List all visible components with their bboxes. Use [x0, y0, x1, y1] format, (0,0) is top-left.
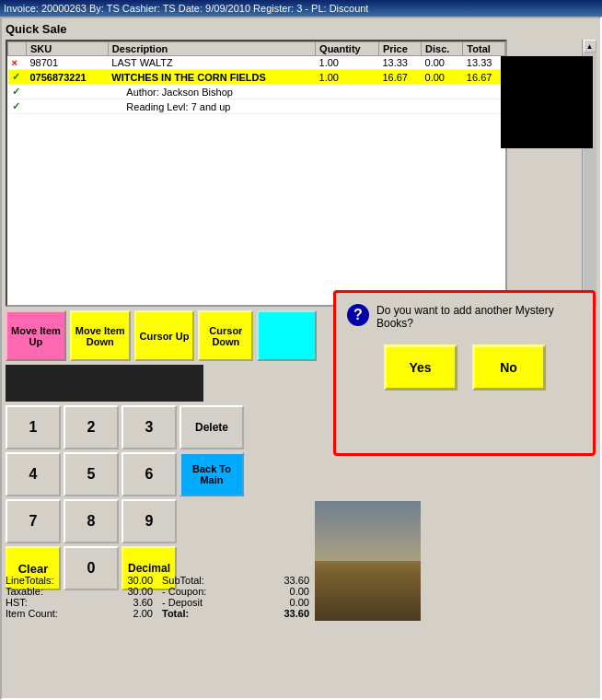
row-disc: [422, 85, 463, 99]
back-to-main-button[interactable]: Back To Main: [179, 452, 244, 496]
row-sku: [27, 99, 109, 114]
row-sku: 0756873221: [27, 70, 109, 85]
line-totals-value: 30.00: [127, 575, 153, 586]
table-row: ✓0756873221WITCHES IN THE CORN FIELDS1.0…: [8, 70, 505, 85]
row-price: 13.33: [378, 56, 421, 70]
deposit-label: - Deposit: [162, 597, 203, 608]
row-total: [463, 85, 505, 99]
row-description: Reading Levl: 7 and up: [108, 99, 315, 114]
dialog-buttons: Yes No: [384, 344, 546, 391]
row-status: ✓: [8, 85, 27, 99]
summary-totals: SubTotal: 33.60 - Coupon: 0.00 - Deposit…: [162, 575, 309, 694]
num5-button[interactable]: 5: [64, 452, 119, 496]
total-label: Total:: [162, 608, 189, 619]
title-text: Invoice: 20000263 By: TS Cashier: TS Dat…: [4, 3, 368, 14]
num7-button[interactable]: 7: [6, 499, 61, 543]
num9-button[interactable]: 9: [122, 499, 177, 543]
item-count-value: 2.00: [133, 608, 153, 619]
invoice-table: SKU Description Quantity Price Disc. Tot…: [7, 41, 505, 114]
line-totals-label: LineTotals:: [6, 575, 54, 586]
col-status: [8, 42, 27, 56]
dialog-question-row: ? Do you want to add another Mystery Boo…: [347, 304, 582, 330]
subtotal-label: SubTotal:: [162, 575, 204, 586]
row-price: [378, 85, 421, 99]
black-display-box: [501, 56, 593, 148]
row-disc: 0.00: [422, 56, 463, 70]
row-status: ✓: [8, 99, 27, 114]
delete-button[interactable]: Delete: [179, 405, 244, 449]
subtotal-value: 33.60: [284, 575, 309, 586]
col-sku: SKU: [27, 42, 109, 56]
dialog-yes-button[interactable]: Yes: [384, 344, 457, 391]
row-total: 13.33: [463, 56, 505, 70]
row-description: Author: Jackson Bishop: [108, 85, 315, 99]
table-row: ✓Reading Levl: 7 and up: [8, 99, 505, 114]
row-description: LAST WALTZ: [108, 56, 315, 70]
dialog-overlay: ? Do you want to add another Mystery Boo…: [333, 290, 596, 456]
col-disc: Disc.: [422, 42, 463, 56]
cursor-up-button[interactable]: Cursor Up: [134, 310, 195, 361]
row-total: [463, 99, 505, 114]
num4-button[interactable]: 4: [6, 452, 61, 496]
row-status: ×: [8, 56, 27, 70]
row-sku: 98701: [27, 56, 109, 70]
title-bar: Invoice: 20000263 By: TS Cashier: TS Dat…: [0, 0, 602, 17]
line-totals: LineTotals: 30.00 Taxable: 30.00 HST: 3.…: [6, 575, 153, 694]
dialog-text: Do you want to add another Mystery Books…: [376, 304, 582, 330]
coupon-value: 0.00: [290, 586, 309, 597]
page-title: Quick Sale: [6, 22, 596, 36]
col-total: Total: [463, 42, 505, 56]
invoice-tbody: ×98701LAST WALTZ1.0013.330.0013.33✓07568…: [8, 56, 505, 114]
num3-button[interactable]: 3: [122, 405, 177, 449]
row-quantity: 1.00: [316, 70, 379, 85]
taxable-value: 30.00: [127, 586, 153, 597]
question-icon: ?: [347, 304, 369, 326]
dialog-no-button[interactable]: No: [472, 344, 546, 391]
move-item-down-button[interactable]: Move Item Down: [70, 310, 131, 361]
book-image: [315, 501, 421, 621]
num2-button[interactable]: 2: [64, 405, 119, 449]
item-count-label: Item Count:: [6, 608, 58, 619]
row-total: 16.67: [463, 70, 505, 85]
hst-value: 3.60: [133, 597, 153, 608]
row-price: 16.67: [378, 70, 421, 85]
row-quantity: [316, 99, 379, 114]
row-status: ✓: [8, 70, 27, 85]
row-price: [378, 99, 421, 114]
row-quantity: 1.00: [316, 56, 379, 70]
main-window: Quick Sale SKU Description Quantity Pric…: [0, 17, 602, 700]
dialog-content: ? Do you want to add another Mystery Boo…: [347, 304, 582, 391]
cyan-button[interactable]: [257, 310, 317, 361]
totals-area: LineTotals: 30.00 Taxable: 30.00 HST: 3.…: [6, 575, 596, 694]
scroll-up-btn[interactable]: ▲: [584, 40, 596, 52]
row-sku: [27, 85, 109, 99]
col-price: Price: [378, 42, 421, 56]
cursor-down-button[interactable]: Cursor Down: [198, 310, 253, 361]
table-row: ✓Author: Jackson Bishop: [8, 85, 505, 99]
move-item-up-button[interactable]: Move Item Up: [6, 310, 66, 361]
col-quantity: Quantity: [316, 42, 379, 56]
row-quantity: [316, 85, 379, 99]
num8-button[interactable]: 8: [64, 499, 119, 543]
deposit-value: 0.00: [290, 597, 309, 608]
coupon-label: - Coupon:: [162, 586, 206, 597]
row-description: WITCHES IN THE CORN FIELDS: [108, 70, 315, 85]
taxable-label: Taxable:: [6, 586, 43, 597]
num6-button[interactable]: 6: [122, 452, 177, 496]
row-disc: [422, 99, 463, 114]
display-area: [6, 365, 203, 402]
col-description: Description: [108, 42, 315, 56]
num1-button[interactable]: 1: [6, 405, 61, 449]
hst-label: HST:: [6, 597, 28, 608]
row-disc: 0.00: [422, 70, 463, 85]
table-row: ×98701LAST WALTZ1.0013.330.0013.33: [8, 56, 505, 70]
invoice-area: SKU Description Quantity Price Disc. Tot…: [6, 40, 507, 307]
total-value: 33.60: [284, 608, 309, 619]
